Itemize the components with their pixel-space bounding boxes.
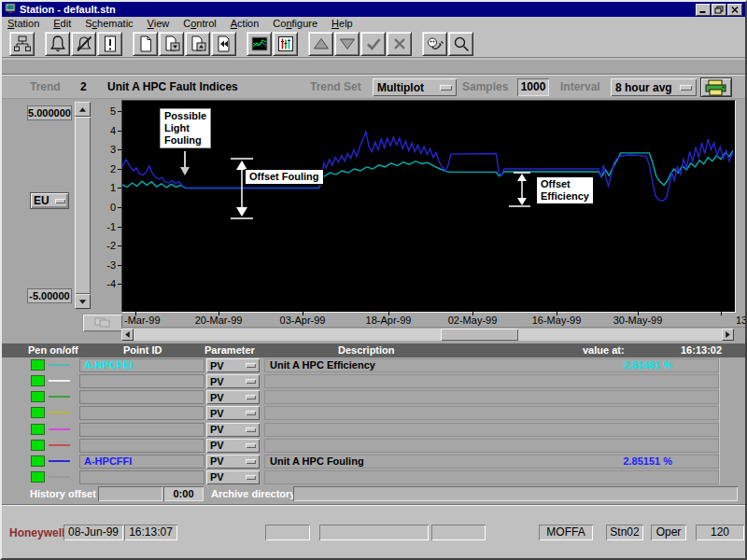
pen-line-sample [49, 380, 70, 382]
parameter-dropdown[interactable]: PV [206, 374, 260, 388]
close-button[interactable] [727, 4, 742, 16]
pen-on-off-button[interactable] [31, 359, 45, 371]
table-row: PV [2, 374, 747, 388]
parameter-dropdown[interactable]: PV [206, 470, 260, 484]
scroll-right-button[interactable] [722, 329, 734, 341]
parameter-dropdown[interactable]: PV [206, 406, 260, 420]
message-alert-icon [101, 35, 120, 53]
system-display-button[interactable] [9, 32, 35, 56]
point-id-cell[interactable] [79, 423, 204, 437]
point-id-cell[interactable] [79, 390, 204, 404]
find-button[interactable] [448, 32, 473, 56]
station-window: Station - default.stn StationEditSchemat… [0, 0, 747, 560]
group-display-button[interactable] [273, 32, 298, 56]
parameter-dropdown[interactable]: PV [206, 358, 260, 372]
page-back-button[interactable] [211, 32, 236, 56]
horizontal-scrollbar[interactable] [121, 329, 734, 341]
x-axis-tick-label: 30-May-99 [613, 315, 663, 326]
lower-button[interactable] [334, 32, 359, 56]
dropdown-indicator-icon [246, 395, 256, 399]
menu-item-help[interactable]: Help [331, 18, 353, 29]
parameter-dropdown[interactable]: PV [206, 390, 260, 404]
plot-area[interactable]: Possible Light Fouling Offset Fouling Of… [121, 100, 736, 313]
print-trend-button[interactable] [700, 77, 732, 97]
samples-label: Samples [462, 80, 508, 93]
history-clock[interactable]: 0:00 [163, 486, 204, 501]
system-display-icon [13, 35, 32, 53]
description-cell [264, 423, 719, 437]
archive-directory-input[interactable] [293, 486, 738, 501]
point-id-cell[interactable]: A-HPCFEI [79, 358, 204, 372]
eu-dropdown[interactable]: EU [30, 192, 69, 209]
message-alert-button[interactable] [97, 32, 122, 56]
pen-on-off-button[interactable] [31, 471, 45, 483]
menu-item-view[interactable]: View [148, 18, 170, 29]
parameter-value: PV [210, 360, 224, 371]
pen-line-sample [49, 412, 70, 413]
connect-button[interactable] [422, 32, 447, 56]
parameter-dropdown[interactable]: PV [206, 423, 260, 437]
pen-on-off-button[interactable] [31, 407, 45, 418]
y-axis-min-input[interactable]: -5.00000 [27, 288, 72, 303]
point-id-cell[interactable] [79, 439, 204, 453]
samples-input[interactable]: 1000 [517, 78, 549, 96]
value-column-divider [719, 358, 720, 484]
scroll-up-button[interactable] [75, 102, 91, 117]
trend-display-button[interactable] [247, 32, 272, 56]
menu-item-configure[interactable]: Configure [273, 18, 317, 29]
restore-button[interactable] [712, 4, 726, 16]
trend-display-icon [250, 35, 269, 53]
menu-item-control[interactable]: Control [183, 18, 216, 29]
menu-item-action[interactable]: Action [231, 18, 260, 29]
point-id-cell[interactable] [79, 470, 204, 484]
y-axis-max-input[interactable]: 5.000000 [27, 105, 72, 120]
horizontal-scroll-thumb[interactable] [441, 329, 518, 341]
vertical-scrollbar[interactable] [75, 102, 91, 309]
page-down-button[interactable] [159, 32, 184, 56]
menu-item-station[interactable]: Station [7, 18, 39, 29]
minimize-icon [698, 6, 708, 14]
trend-set-value: Multiplot [377, 81, 424, 94]
alarm-bell-button[interactable] [45, 32, 70, 56]
value-cell: 2.81481 % [623, 359, 672, 371]
arrow-up-icon [78, 105, 87, 114]
find-icon [452, 35, 471, 53]
menu-item-schematic[interactable]: Schematic [85, 18, 133, 29]
pen-on-off-button[interactable] [31, 424, 45, 435]
minimize-button[interactable] [696, 4, 711, 16]
trend-set-dropdown[interactable]: Multiplot [373, 78, 457, 96]
status-field [431, 525, 486, 540]
history-offset-input[interactable] [98, 486, 162, 501]
header-value-time: 16:13:02 [681, 344, 722, 356]
status-bar: Honeywell 08-Jun-9916:13:07MOFFAStn02Ope… [2, 523, 747, 542]
menu-item-edit[interactable]: Edit [53, 18, 71, 29]
pen-on-off-button[interactable] [31, 440, 45, 451]
x-axis-tick [638, 312, 639, 315]
scroll-left-button[interactable] [121, 329, 134, 341]
y-axis-tick-label: 1 [92, 182, 116, 193]
vertical-scroll-thumb[interactable] [75, 117, 91, 294]
pen-on-off-button[interactable] [31, 455, 45, 467]
chart-corner-button[interactable] [82, 314, 123, 332]
point-id-cell[interactable] [79, 374, 204, 388]
parameter-dropdown[interactable]: PV [206, 439, 260, 453]
page-up-button[interactable] [185, 32, 210, 56]
pen-on-off-button[interactable] [31, 391, 45, 402]
confirm-button[interactable] [360, 32, 386, 56]
parameter-value: PV [210, 424, 224, 435]
y-axis-tick-label: -4 [92, 278, 116, 289]
pen-on-off-button[interactable] [31, 375, 45, 386]
cancel-button[interactable] [387, 32, 412, 56]
arrow-down-icon [78, 298, 87, 306]
point-id-cell[interactable] [79, 406, 204, 420]
point-id-cell[interactable]: A-HPCFFI [79, 455, 204, 469]
interval-dropdown[interactable]: 8 hour avg [611, 78, 697, 96]
connect-icon [426, 35, 444, 53]
raise-button[interactable] [308, 32, 333, 56]
scroll-down-button[interactable] [75, 294, 91, 309]
dropdown-indicator-icon [680, 85, 692, 91]
page-blank-button[interactable] [133, 32, 158, 56]
alarm-silence-button[interactable] [71, 32, 96, 56]
parameter-dropdown[interactable]: PV [206, 455, 260, 469]
pen-line-sample [49, 428, 70, 430]
